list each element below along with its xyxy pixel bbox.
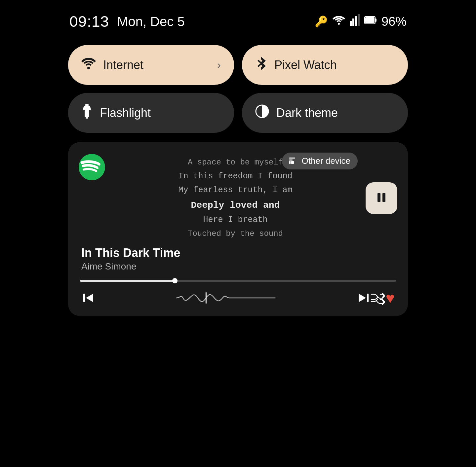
status-icons: 🔑 [315, 14, 407, 29]
shuffle-button[interactable] [371, 291, 386, 305]
lyrics-line-2: In this freedom I found [113, 169, 358, 184]
svg-rect-19 [382, 193, 385, 202]
pixel-watch-tile[interactable]: Pixel Watch [242, 45, 408, 85]
svg-point-0 [338, 23, 340, 25]
dark-theme-tile-icon [255, 104, 269, 121]
flashlight-tile-label: Flashlight [100, 106, 221, 120]
svg-point-8 [87, 67, 90, 69]
svg-rect-17 [291, 161, 294, 164]
wifi-status-icon [333, 15, 345, 28]
internet-chevron: › [217, 59, 221, 71]
other-device-pill[interactable]: Other device [282, 153, 358, 169]
pixel-watch-tile-label: Pixel Watch [274, 58, 395, 72]
progress-thumb [172, 278, 178, 283]
svg-rect-4 [358, 14, 360, 26]
wifi-tile-icon [81, 57, 96, 73]
phone-screen: 09:13 Mon, Dec 5 🔑 [56, 0, 420, 467]
song-artist: Aime Simone [81, 261, 397, 272]
svg-rect-6 [375, 18, 377, 22]
progress-section[interactable] [79, 280, 397, 282]
svg-rect-14 [289, 161, 291, 164]
svg-rect-16 [289, 158, 295, 159]
pause-icon [375, 191, 388, 205]
lyrics-area: Other device A space to be myself In thi… [113, 153, 358, 241]
other-device-label: Other device [302, 156, 350, 166]
song-title: In This Dark Time [81, 246, 397, 260]
music-player: Other device A space to be myself In thi… [68, 142, 408, 316]
svg-rect-3 [355, 16, 357, 26]
skip-next-button[interactable] [357, 291, 371, 305]
svg-rect-20 [83, 294, 85, 302]
svg-rect-7 [365, 17, 375, 23]
flashlight-tile[interactable]: Flashlight [68, 93, 234, 133]
vpn-key-icon: 🔑 [315, 15, 328, 28]
progress-fill [80, 280, 175, 282]
battery-percentage: 96% [381, 15, 407, 29]
svg-rect-22 [367, 294, 369, 302]
waveform-svg [99, 291, 353, 305]
lyrics-line-5: Here I breath [113, 213, 358, 227]
quick-tiles-grid: Internet › Pixel Watch Flashlig [68, 45, 408, 133]
spotify-icon[interactable] [79, 154, 105, 180]
player-top: Other device A space to be myself In thi… [79, 153, 397, 241]
svg-rect-9 [85, 104, 89, 106]
skip-prev-button[interactable] [81, 291, 95, 305]
status-bar: 09:13 Mon, Dec 5 🔑 [68, 9, 408, 38]
signal-icon [350, 14, 360, 29]
like-button[interactable]: ♥ [386, 289, 395, 307]
status-time: 09:13 [69, 13, 109, 30]
svg-rect-10 [85, 110, 89, 117]
bluetooth-tile-icon [255, 56, 267, 74]
svg-rect-15 [289, 160, 293, 161]
flashlight-tile-icon [81, 104, 93, 122]
lyrics-line-6: Touched by the sound [113, 227, 358, 241]
svg-rect-1 [350, 21, 352, 26]
waveform-area [99, 291, 353, 305]
internet-tile[interactable]: Internet › [68, 45, 234, 85]
cast-icon [289, 156, 298, 166]
dark-theme-tile[interactable]: Dark theme [242, 93, 408, 133]
battery-icon [364, 15, 377, 28]
internet-tile-label: Internet [103, 58, 210, 72]
svg-rect-18 [377, 193, 380, 202]
lyrics-line-4: Deeply loved and [113, 198, 358, 213]
pause-button[interactable] [366, 182, 397, 214]
player-song-info: In This Dark Time Aime Simone [79, 246, 397, 272]
svg-point-13 [79, 154, 105, 180]
player-controls: ♥ [79, 289, 397, 307]
dark-theme-tile-label: Dark theme [276, 106, 395, 120]
status-date: Mon, Dec 5 [117, 14, 185, 29]
status-left: 09:13 Mon, Dec 5 [69, 13, 185, 30]
progress-bar[interactable] [80, 280, 396, 282]
lyrics-line-3: My fearless truth, I am [113, 183, 358, 198]
svg-rect-11 [86, 117, 88, 119]
svg-rect-2 [352, 18, 354, 26]
